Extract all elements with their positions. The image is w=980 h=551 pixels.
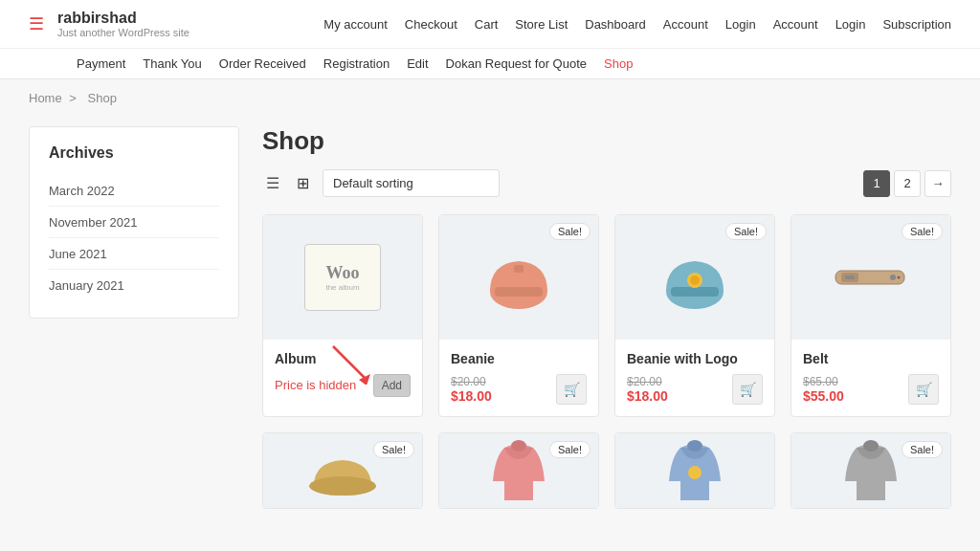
product-card-hoodie-pink: Sale! — [438, 432, 599, 509]
product-image-beanie: Sale! — [439, 215, 598, 340]
svg-point-14 — [898, 276, 901, 279]
svg-point-16 — [511, 440, 526, 452]
archive-november-2021[interactable]: November 2021 — [49, 215, 138, 230]
list-item: March 2022 — [49, 175, 219, 207]
price-old-belt: $65.00 — [803, 375, 844, 388]
pagination-next-button[interactable]: → — [924, 170, 951, 197]
product-image-beanie-logo: Sale! — [615, 215, 774, 340]
add-to-cart-belt[interactable]: 🛒 — [908, 374, 939, 405]
price-old-beanie-logo: $20.00 — [627, 375, 668, 388]
price-block-belt: $65.00 $55.00 — [803, 375, 844, 404]
sale-badge-hoodie-pink: Sale! — [549, 441, 590, 458]
hoodie-gray-image — [837, 438, 904, 505]
product-grid-row2: Sale! Sale! — [262, 432, 951, 509]
product-card-hoodie-blue — [614, 432, 775, 509]
product-card-belt: Sale! Belt $65.00 $5 — [791, 214, 951, 417]
header-top: ☰ rabbirshad Just another WordPress site… — [0, 0, 980, 48]
product-price-row-beanie-logo: $20.00 $18.00 🛒 — [627, 374, 763, 405]
archive-january-2021[interactable]: January 2021 — [49, 278, 124, 293]
belt-image — [828, 234, 914, 320]
second-nav: Payment Thank You Order Received Registr… — [0, 48, 980, 78]
shop-toolbar: ☰ ⊞ Default sorting Sort by popularity S… — [262, 169, 951, 197]
nav-subscription[interactable]: Subscription — [882, 17, 951, 32]
sort-select[interactable]: Default sorting Sort by popularity Sort … — [323, 169, 500, 197]
price-block-beanie: $20.00 $18.00 — [451, 375, 492, 404]
page-1-button[interactable]: 1 — [863, 170, 890, 197]
archives-widget: Archives March 2022 November 2021 June 2… — [29, 126, 239, 319]
product-card-beanie: Sale! Beanie $20.00 $18.00 — [438, 214, 599, 417]
top-nav: My account Checkout Cart Store List Dash… — [323, 17, 951, 32]
svg-point-18 — [688, 466, 702, 479]
nav-login2[interactable]: Login — [835, 17, 866, 32]
product-grid: Woo the album Album Price is hidden Add — [262, 214, 951, 417]
nav-store-list[interactable]: Store List — [515, 17, 568, 32]
product-name-beanie-logo: Beanie with Logo — [627, 351, 763, 366]
price-new-beanie-logo: $18.00 — [627, 388, 668, 404]
archive-march-2022[interactable]: March 2022 — [49, 184, 115, 198]
nav-checkout[interactable]: Checkout — [405, 17, 457, 32]
breadcrumb-current: Shop — [88, 91, 117, 105]
view-grid-icon[interactable]: ⊞ — [293, 170, 313, 196]
nav-edit[interactable]: Edit — [407, 56, 428, 71]
product-image-hoodie-gray: Sale! — [791, 433, 950, 509]
nav-my-account[interactable]: My account — [323, 17, 387, 32]
archive-june-2021[interactable]: June 2021 — [49, 247, 107, 261]
breadcrumb: Home > Shop — [0, 79, 980, 117]
list-item: November 2021 — [49, 207, 219, 238]
site-brand: rabbirshad Just another WordPress site — [57, 10, 189, 38]
product-card-cap: Sale! — [262, 432, 423, 509]
archives-title: Archives — [49, 144, 219, 162]
nav-registration[interactable]: Registration — [323, 56, 390, 71]
add-button-album[interactable]: Add — [373, 374, 411, 397]
sale-badge-hoodie-gray: Sale! — [902, 441, 943, 458]
shop-title: Shop — [262, 126, 951, 156]
site-header: ☰ rabbirshad Just another WordPress site… — [0, 0, 980, 79]
svg-point-19 — [863, 440, 879, 452]
woo-subtext: the album — [325, 283, 359, 292]
product-name-album: Album — [275, 351, 411, 366]
svg-point-15 — [309, 476, 376, 496]
product-price-row-belt: $65.00 $55.00 🛒 — [803, 374, 939, 405]
nav-dashboard[interactable]: Dashboard — [585, 17, 646, 32]
list-item: January 2021 — [49, 270, 219, 300]
breadcrumb-home[interactable]: Home — [29, 91, 62, 105]
sale-badge-beanie-logo: Sale! — [725, 223, 767, 240]
product-price-row-album: Price is hidden Add — [275, 374, 411, 397]
svg-rect-4 — [514, 265, 523, 273]
site-title: rabbirshad — [57, 10, 189, 27]
pagination: 1 2 → — [863, 170, 951, 197]
hamburger-icon[interactable]: ☰ — [29, 13, 44, 34]
cap-yellow-image — [309, 443, 376, 500]
view-list-icon[interactable]: ☰ — [262, 170, 283, 196]
shop-content: Shop ☰ ⊞ Default sorting Sort by popular… — [262, 126, 951, 509]
add-to-cart-beanie[interactable]: 🛒 — [556, 374, 587, 405]
nav-order-received[interactable]: Order Received — [219, 56, 306, 71]
nav-shop[interactable]: Shop — [604, 56, 633, 71]
page-2-button[interactable]: 2 — [894, 170, 921, 197]
product-card-beanie-logo: Sale! Beanie with Logo $20.00 $18 — [614, 214, 775, 417]
woo-album-image: Woo the album — [304, 244, 381, 311]
svg-rect-12 — [845, 276, 855, 279]
nav-dokan-quote[interactable]: Dokan Request for Quote — [446, 56, 587, 71]
nav-login1[interactable]: Login — [725, 17, 756, 32]
nav-payment[interactable]: Payment — [77, 56, 125, 71]
product-image-hoodie-blue — [615, 433, 774, 509]
product-card-album: Woo the album Album Price is hidden Add — [262, 214, 423, 417]
beanie-blue-image — [652, 234, 738, 320]
nav-account2[interactable]: Account — [773, 17, 818, 32]
product-image-belt: Sale! — [791, 215, 950, 340]
svg-point-17 — [687, 440, 702, 452]
price-new-belt: $55.00 — [803, 388, 844, 404]
breadcrumb-separator: > — [69, 91, 77, 105]
price-new-beanie: $18.00 — [451, 388, 492, 404]
hoodie-pink-image — [485, 438, 552, 505]
add-to-cart-beanie-logo[interactable]: 🛒 — [732, 374, 763, 405]
nav-account1[interactable]: Account — [663, 17, 708, 32]
nav-thank-you[interactable]: Thank You — [143, 56, 201, 71]
hoodie-blue-image — [661, 438, 728, 505]
nav-cart[interactable]: Cart — [475, 17, 499, 32]
svg-rect-6 — [671, 287, 719, 297]
main-container: Archives March 2022 November 2021 June 2… — [0, 117, 980, 528]
archive-list: March 2022 November 2021 June 2021 Janua… — [49, 175, 219, 300]
sale-badge-cap: Sale! — [373, 441, 414, 458]
